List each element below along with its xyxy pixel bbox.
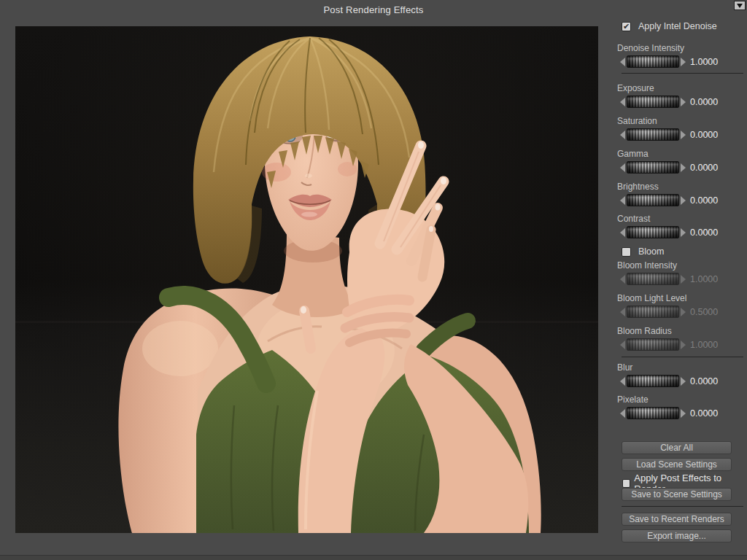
slider-drum[interactable]: [627, 161, 679, 174]
checkbox-box[interactable]: [622, 479, 630, 488]
slider-drum[interactable]: [627, 55, 679, 68]
slider-drum[interactable]: [627, 194, 679, 206]
slider-drum: [627, 306, 679, 318]
checkbox-label: Bloom: [638, 246, 664, 257]
slider-group-pixelate: Pixelate 0.0000: [617, 394, 746, 419]
checkbox-box[interactable]: [622, 247, 631, 257]
slider-label: Blur: [617, 362, 746, 372]
button-label: Save to Scene Settings: [631, 489, 722, 499]
window-bottom-edge: [0, 555, 747, 560]
slider-right-arrow-icon: [681, 341, 686, 349]
apply-intel-denoise-checkbox[interactable]: ✔ Apply Intel Denoise: [622, 21, 717, 31]
slider-value: 0.0000: [690, 228, 718, 238]
slider-value: 0.5000: [690, 307, 718, 317]
slider-right-arrow-icon[interactable]: [681, 98, 686, 106]
button-label: Export image...: [647, 531, 706, 541]
slider-value: 0.0000: [690, 376, 718, 386]
slider-right-arrow-icon[interactable]: [681, 409, 686, 418]
checkbox-box[interactable]: ✔: [622, 22, 631, 31]
slider-label: Gamma: [617, 149, 746, 158]
slider-label: Bloom Light Level: [617, 293, 746, 303]
slider-left-arrow-icon[interactable]: [620, 196, 625, 205]
slider-label: Pixelate: [617, 394, 746, 404]
slider-group-contrast: Contrast 0.0000: [617, 214, 746, 238]
separator: [622, 73, 743, 74]
slider-group-blur: Blur 0.0000: [617, 362, 746, 387]
slider-left-arrow-icon[interactable]: [620, 228, 625, 237]
slider-drum: [627, 338, 679, 351]
slider-group-exposure: Exposure 0.0000: [617, 83, 746, 108]
slider-group-brightness: Brightness 0.0000: [617, 182, 746, 206]
slider-drum: [627, 273, 679, 285]
separator: [622, 357, 743, 357]
slider-right-arrow-icon[interactable]: [681, 377, 686, 386]
slider-right-arrow-icon: [681, 308, 686, 316]
slider-label: Bloom Radius: [617, 326, 746, 335]
slider-left-arrow-icon[interactable]: [620, 377, 625, 386]
slider-drum[interactable]: [627, 96, 679, 108]
slider-right-arrow-icon[interactable]: [681, 196, 686, 205]
slider-right-arrow-icon[interactable]: [681, 58, 686, 66]
slider-left-arrow-icon: [620, 275, 625, 284]
button-label: Load Scene Settings: [636, 459, 717, 470]
slider-drum[interactable]: [627, 128, 679, 141]
post-rendering-effects-dialog: Post Rendering Effects: [0, 0, 747, 560]
render-preview-image: [15, 26, 598, 533]
slider-label: Saturation: [617, 116, 746, 125]
slider-right-arrow-icon: [681, 275, 686, 284]
slider-left-arrow-icon[interactable]: [620, 409, 625, 418]
slider-label: Contrast: [617, 214, 746, 223]
slider-drum[interactable]: [627, 407, 679, 419]
slider-value: 0.0000: [690, 195, 718, 206]
slider-right-arrow-icon[interactable]: [681, 228, 686, 237]
load-scene-settings-button[interactable]: Load Scene Settings: [622, 458, 732, 471]
slider-group-saturation: Saturation 0.0000: [617, 116, 746, 141]
slider-drum[interactable]: [627, 375, 679, 387]
slider-value: 0.0000: [690, 163, 718, 173]
effects-panel: ✔ Apply Intel Denoise Denoise Intensity …: [616, 0, 747, 560]
slider-label: Exposure: [617, 83, 746, 93]
slider-value: 0.0000: [690, 130, 718, 140]
slider-value: 0.0000: [690, 408, 718, 419]
checkbox-label: Apply Intel Denoise: [638, 21, 717, 31]
slider-value: 1.0000: [690, 274, 718, 284]
slider-group-denoise-intensity: Denoise Intensity 1.0000: [617, 43, 746, 68]
separator: [622, 506, 743, 507]
slider-left-arrow-icon[interactable]: [620, 98, 625, 106]
slider-label: Denoise Intensity: [617, 43, 746, 52]
export-image-button[interactable]: Export image...: [622, 529, 732, 542]
checkmark-icon: ✔: [623, 23, 630, 31]
save-to-recent-renders-button[interactable]: Save to Recent Renders: [622, 513, 732, 526]
slider-right-arrow-icon[interactable]: [681, 131, 686, 139]
button-label: Clear All: [660, 443, 693, 453]
slider-group-bloom-radius: Bloom Radius 1.0000: [617, 326, 746, 351]
slider-right-arrow-icon[interactable]: [681, 163, 686, 172]
slider-value: 1.0000: [690, 340, 718, 350]
slider-group-bloom-light-level: Bloom Light Level 0.5000: [617, 293, 746, 318]
slider-label: Bloom Intensity: [617, 260, 746, 270]
bloom-checkbox[interactable]: Bloom: [622, 246, 664, 257]
slider-left-arrow-icon[interactable]: [620, 58, 625, 66]
clear-all-button[interactable]: Clear All: [622, 441, 732, 454]
slider-left-arrow-icon: [620, 341, 625, 349]
slider-group-gamma: Gamma 0.0000: [617, 149, 746, 174]
slider-left-arrow-icon[interactable]: [620, 131, 625, 139]
slider-left-arrow-icon[interactable]: [620, 163, 625, 172]
button-label: Save to Recent Renders: [629, 514, 724, 524]
slider-drum[interactable]: [627, 226, 679, 238]
slider-label: Brightness: [617, 182, 746, 191]
slider-left-arrow-icon: [620, 308, 625, 316]
slider-group-bloom-intensity: Bloom Intensity 1.0000: [617, 260, 746, 285]
slider-value: 0.0000: [690, 97, 718, 107]
save-to-scene-settings-button[interactable]: Save to Scene Settings: [622, 488, 732, 501]
slider-value: 1.0000: [690, 57, 718, 67]
